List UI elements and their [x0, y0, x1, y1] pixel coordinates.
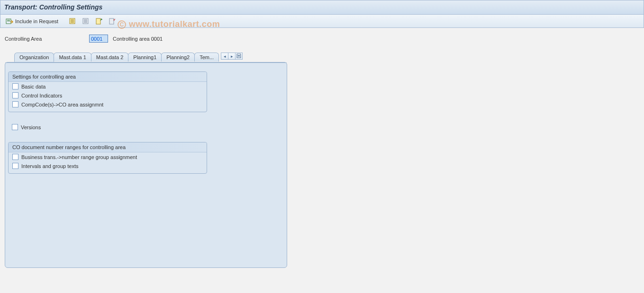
toolbar-button-4[interactable]	[106, 16, 118, 27]
checkbox-row-control-indicators: Control Indicators	[9, 91, 207, 100]
select-all-icon	[69, 18, 76, 25]
svg-rect-1	[7, 20, 10, 20]
svg-rect-7	[71, 22, 74, 23]
deselect-all-icon	[82, 18, 90, 25]
checkbox-label: Versions	[21, 124, 41, 130]
checkbox-versions[interactable]	[12, 124, 18, 130]
controlling-area-row: Controlling Area Controlling area 0001	[5, 35, 640, 43]
svg-rect-3	[70, 18, 75, 24]
tab-organization[interactable]: Organization	[14, 53, 54, 62]
tab-mast-data-1[interactable]: Mast.data 1	[54, 53, 91, 62]
checkbox-label: Control Indicators	[21, 93, 62, 98]
controlling-area-input[interactable]	[89, 35, 108, 43]
group-settings-controlling-area: Settings for controlling area Basic data…	[8, 71, 207, 112]
tab-templates[interactable]: Tem...	[194, 53, 219, 62]
checkbox-row-basic-data: Basic data	[9, 82, 207, 91]
checkbox-basic-data[interactable]	[12, 83, 18, 89]
group-co-document-number-ranges: CO document number ranges for controllin…	[8, 142, 207, 174]
tab-body-organization: Settings for controlling area Basic data…	[5, 62, 287, 257]
include-in-request-icon	[6, 18, 13, 25]
deselect-all-button[interactable]	[80, 16, 92, 27]
svg-rect-6	[71, 21, 74, 22]
checkbox-business-trans[interactable]	[12, 154, 18, 160]
tab-list-button[interactable]	[235, 53, 243, 60]
checkbox-intervals[interactable]	[12, 163, 18, 169]
include-in-request-label: Include in Request	[15, 18, 58, 24]
checkbox-row-intervals: Intervals and group texts	[9, 161, 207, 170]
svg-rect-2	[7, 21, 10, 21]
document-up-icon	[95, 18, 103, 25]
svg-rect-13	[96, 18, 100, 24]
tab-list-icon	[236, 53, 241, 59]
checkbox-row-compcode-assignment: CompCode(s)->CO area assignmnt	[9, 100, 207, 109]
chevron-right-icon: ▸	[231, 54, 233, 59]
checkbox-compcode-assignment[interactable]	[12, 101, 18, 107]
tab-planning2[interactable]: Planning2	[161, 53, 195, 62]
checkbox-label: Business trans.->number range group assi…	[21, 154, 137, 160]
svg-rect-11	[84, 21, 87, 22]
svg-rect-8	[83, 18, 88, 24]
svg-rect-12	[84, 22, 87, 23]
svg-rect-10	[84, 20, 87, 21]
svg-rect-9	[84, 19, 87, 20]
toolbar-button-3[interactable]	[93, 16, 105, 27]
tab-strip: Organization Mast.data 1 Mast.data 2 Pla…	[5, 51, 640, 62]
checkbox-row-business-trans: Business trans.->number range group assi…	[9, 152, 207, 161]
checkbox-control-indicators[interactable]	[12, 92, 18, 98]
controlling-area-label: Controlling Area	[5, 36, 85, 42]
svg-rect-4	[71, 19, 74, 20]
tab-nav: ◂ ▸	[221, 53, 243, 60]
chevron-left-icon: ◂	[224, 54, 226, 59]
svg-rect-5	[71, 20, 74, 21]
tab-scroll-right-button[interactable]: ▸	[228, 53, 236, 60]
checkbox-label: Intervals and group texts	[21, 163, 78, 169]
page-title: Transport: Controlling Settings	[4, 3, 102, 11]
content-area: Controlling Area Controlling area 0001 O…	[0, 28, 644, 272]
include-in-request-button[interactable]: Include in Request	[3, 16, 61, 27]
tab-container: Settings for controlling area Basic data…	[5, 62, 287, 268]
tab-mast-data-2[interactable]: Mast.data 2	[91, 53, 128, 62]
checkbox-label: CompCode(s)->CO area assignmnt	[21, 102, 103, 107]
svg-rect-16	[238, 55, 240, 56]
group-settings-title: Settings for controlling area	[9, 72, 207, 82]
checkbox-row-versions: Versions	[8, 123, 284, 132]
controlling-area-desc: Controlling area 0001	[112, 36, 163, 42]
svg-rect-14	[109, 18, 114, 24]
group-co-doc-title: CO document number ranges for controllin…	[9, 142, 207, 152]
window-title-bar: Transport: Controlling Settings	[0, 0, 644, 15]
select-all-button[interactable]	[66, 16, 79, 27]
checkbox-label: Basic data	[21, 84, 45, 89]
application-toolbar: Include in Request	[0, 15, 644, 28]
tab-planning1[interactable]: Planning1	[128, 53, 162, 62]
tab-scroll-left-button[interactable]: ◂	[221, 53, 228, 60]
document-down-icon	[109, 18, 116, 25]
